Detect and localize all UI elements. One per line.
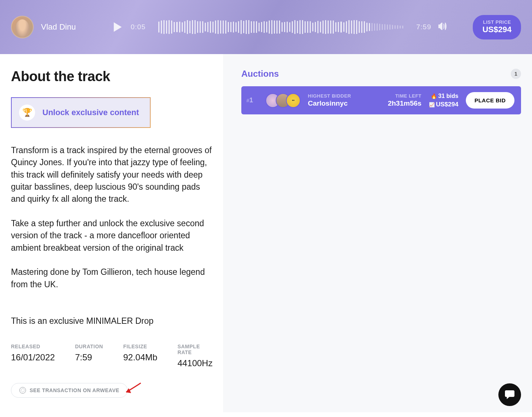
waveform[interactable]	[158, 19, 403, 35]
track-description: Transform is a track inspired by the ete…	[11, 144, 212, 327]
bid-info: 31 bids US$294	[429, 93, 459, 108]
artist-avatar[interactable]	[11, 16, 34, 38]
bid-amount: US$294	[429, 101, 459, 108]
bidder-avatars	[265, 93, 301, 108]
meta-duration: DURATION 7:59	[75, 344, 103, 368]
play-icon	[114, 22, 122, 32]
chat-fab[interactable]	[498, 383, 521, 406]
auction-rank: 1	[241, 96, 258, 104]
meta-samplerate: SAMPLE RATE 44100Hz	[177, 344, 212, 368]
list-price-pill[interactable]: LIST PRICE US$294	[473, 15, 521, 39]
player-bar: Vlad Dinu 0:05 7:59 LIST PRICE US$294	[0, 0, 532, 54]
chat-icon	[505, 390, 514, 399]
list-price-value: US$294	[482, 25, 512, 34]
bidder-avatar[interactable]	[286, 93, 301, 108]
bid-count: 31 bids	[429, 93, 459, 99]
current-time: 0:05	[131, 23, 146, 31]
meta-released: RELEASED 16/01/2022	[11, 344, 55, 368]
play-button[interactable]	[112, 22, 123, 32]
volume-button[interactable]	[438, 23, 447, 31]
place-bid-button[interactable]: PLACE BID	[466, 92, 514, 109]
about-heading: About the track	[11, 69, 212, 84]
trophy-icon: 🏆	[19, 105, 35, 121]
arweave-label: SEE TRANSACTION ON ARWEAVE	[30, 387, 119, 393]
list-price-label: LIST PRICE	[482, 19, 512, 25]
unlock-label: Unlock exclusive content	[42, 108, 139, 117]
artist-name[interactable]: Vlad Dinu	[41, 22, 76, 32]
unlock-exclusive-button[interactable]: 🏆 Unlock exclusive content	[11, 97, 151, 128]
track-metadata: RELEASED 16/01/2022 DURATION 7:59 FILESI…	[11, 344, 212, 368]
about-panel: About the track 🏆 Unlock exclusive conte…	[0, 54, 223, 412]
time-left: TIME LEFT 2h31m56s	[388, 93, 422, 107]
arweave-icon	[19, 387, 26, 394]
see-transaction-button[interactable]: SEE TRANSACTION ON ARWEAVE	[11, 383, 128, 398]
volume-icon	[438, 23, 447, 30]
auctions-panel: Auctions 1 1 HIGHEST BIDDER Carlosinnyc …	[223, 54, 532, 412]
meta-filesize: FILESIZE 92.04Mb	[123, 344, 157, 368]
tab-auctions[interactable]: Auctions	[241, 69, 279, 79]
highest-bidder: HIGHEST BIDDER Carlosinnyc	[308, 93, 351, 107]
auctions-count-badge: 1	[511, 69, 521, 79]
total-time: 7:59	[416, 23, 431, 31]
auction-card[interactable]: 1 HIGHEST BIDDER Carlosinnyc TIME LEFT 2…	[241, 86, 521, 114]
